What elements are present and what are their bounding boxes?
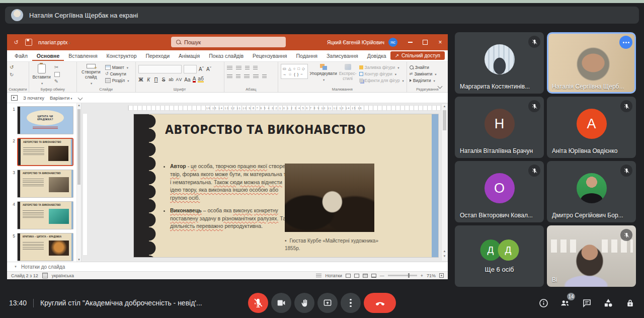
scroll-up-icon[interactable]: ▲: [442, 105, 447, 108]
participant-tile-8[interactable]: Ві: [547, 225, 636, 287]
shape-fill-button[interactable]: Заливка фігури: [359, 65, 404, 70]
tab-Переходи[interactable]: Переходи: [141, 51, 174, 61]
normal-view-icon[interactable]: [346, 274, 351, 278]
grow-font-button[interactable]: Аˆ: [199, 66, 204, 72]
slide-thumbnail-1[interactable]: 1ЦИТАТА ЧИ КРАДІЖКА?: [10, 106, 76, 134]
participant-tile-3[interactable]: ННаталія Віталіївна Брачун: [455, 97, 544, 158]
font-style-button-П[interactable]: П: [153, 77, 159, 83]
highlight-button[interactable]: аб: [198, 76, 203, 83]
raise-hand-button[interactable]: [294, 293, 314, 313]
slide-thumbnail-3[interactable]: 3АВТОРСТВО ТА ВИКОНАВСТВО: [10, 170, 76, 198]
thumbnail-scrollbar[interactable]: ▲ ▼: [76, 103, 81, 262]
slide-sorter-view-icon[interactable]: [354, 274, 359, 278]
slide-painting-image[interactable]: [285, 164, 374, 232]
quickbar-collapse-icon[interactable]: [78, 95, 83, 100]
tab-Рецензування[interactable]: Рецензування: [248, 51, 291, 61]
autosave-icon[interactable]: ↺: [12, 38, 20, 46]
account-avatar[interactable]: ЯЄ: [388, 38, 397, 47]
font-size-select[interactable]: [184, 65, 197, 73]
info-button[interactable]: [537, 297, 549, 309]
tab-Конструктор[interactable]: Конструктор: [102, 51, 141, 61]
minimize-button[interactable]: [403, 34, 418, 50]
zoom-in-icon[interactable]: +: [421, 273, 423, 278]
scroll-down-icon[interactable]: ▼: [77, 258, 81, 261]
undo-icon[interactable]: ↺: [10, 65, 14, 70]
redo-icon[interactable]: ↻: [10, 72, 14, 77]
font-style-button-ab[interactable]: ab: [169, 77, 174, 82]
format-painter-icon[interactable]: ✎: [54, 79, 60, 84]
slide-scrollbar[interactable]: ▲ ▲ ▼: [441, 104, 447, 261]
layout-button[interactable]: Макет: [105, 65, 129, 70]
people-button[interactable]: 14: [559, 297, 571, 309]
slideshow-view-icon[interactable]: [371, 274, 376, 278]
slide-body-text[interactable]: Автор - це особа, творчою працею якої ст…: [163, 163, 293, 235]
search-box[interactable]: Пошук: [171, 37, 286, 47]
host-controls-button[interactable]: [624, 297, 636, 309]
tab-Записування[interactable]: Записування: [322, 51, 363, 61]
paste-button[interactable]: Вставити: [32, 64, 52, 86]
zoom-slider[interactable]: [388, 275, 417, 276]
save-icon[interactable]: [25, 38, 33, 46]
font-name-select[interactable]: [138, 65, 182, 73]
tab-Довідка[interactable]: Довідка: [363, 51, 391, 61]
fit-slide-icon[interactable]: [439, 273, 444, 278]
font-style-button-S[interactable]: S: [161, 77, 167, 83]
shrink-font-button[interactable]: Аˇ: [206, 66, 212, 72]
document-filename[interactable]: плагіат.pptx: [38, 39, 68, 45]
next-slide-icon[interactable]: ▼: [442, 255, 447, 258]
shape-effects-button[interactable]: Ефекти для фігур: [359, 78, 404, 83]
replace-button[interactable]: ⇄Замінити: [410, 71, 437, 76]
tile-menu-button[interactable]: [619, 36, 632, 49]
participant-tile-6[interactable]: Дмитро Сергійович Бор...: [547, 161, 636, 222]
indent-increase-button[interactable]: [253, 66, 258, 70]
camera-button[interactable]: [271, 293, 291, 313]
variants-button[interactable]: Варіанти: [50, 95, 72, 101]
shapes-gallery[interactable]: ▭ △ ○ □ ◇ → ☆ { } ~: [281, 64, 308, 79]
activities-button[interactable]: [602, 297, 614, 309]
select-button[interactable]: Виділити: [410, 78, 437, 83]
slide-thumbnail-2[interactable]: 2АВТОРСТВО ТА ВИКОНАВСТВО: [10, 138, 76, 166]
align-center-button[interactable]: [236, 74, 240, 78]
slide-canvas[interactable]: АВТОРСТВО ТА ВИКОНАВСТВО Автор - це особ…: [134, 114, 438, 257]
arrange-button[interactable]: Упорядкувати: [310, 64, 337, 86]
participant-tile-7[interactable]: ДДЩе 6 осіб: [455, 225, 544, 287]
spellcheck-icon[interactable]: [42, 273, 48, 278]
zoom-out-icon[interactable]: —: [380, 273, 384, 278]
align-right-button[interactable]: [244, 74, 250, 78]
from-start-button[interactable]: З початку: [23, 95, 44, 101]
find-button[interactable]: Знайти: [410, 65, 437, 70]
tab-Вставлення[interactable]: Вставлення: [64, 51, 102, 61]
participant-tile-2[interactable]: Наталія Сергіївна Щерб...: [547, 32, 636, 94]
font-style-button-Аа[interactable]: Аа: [184, 77, 190, 83]
tab-Показ слайдів[interactable]: Показ слайдів: [204, 51, 248, 61]
share-button[interactable]: ↗ Спільний доступ: [390, 51, 445, 60]
notes-toggle-icon[interactable]: [316, 274, 321, 278]
more-options-button[interactable]: [341, 293, 361, 313]
section-button[interactable]: Розділ: [105, 78, 129, 83]
align-left-button[interactable]: [227, 74, 232, 78]
participant-tile-5[interactable]: ООстап Вікторович Ковал...: [455, 161, 544, 222]
participant-tile-4[interactable]: ААніта Юріївна Овдієнко: [547, 97, 636, 158]
bullets-button[interactable]: [227, 66, 232, 70]
previous-slide-icon[interactable]: ▲: [442, 250, 447, 253]
mic-off-button[interactable]: [248, 293, 268, 313]
slide-title[interactable]: АВТОРСТВО ТА ВИКОНАВСТВО: [165, 122, 366, 137]
cut-icon[interactable]: ✂: [54, 65, 60, 70]
notes-toggle-label[interactable]: Нотатки: [325, 273, 342, 278]
shape-outline-button[interactable]: Контур фігури: [359, 71, 404, 76]
tab-Подання[interactable]: Подання: [292, 51, 322, 61]
slide-thumbnail-4[interactable]: 4АВТОРСТВО ТА ВИКОНАВСТВО: [10, 201, 76, 229]
columns-button[interactable]: [262, 74, 267, 78]
indent-decrease-button[interactable]: [245, 66, 250, 70]
quick-styles-button[interactable]: Експрес-стилі: [339, 64, 357, 86]
justify-button[interactable]: [253, 74, 259, 78]
notes-pane[interactable]: ▼ Нотатки до слайда: [7, 262, 448, 271]
font-color-button[interactable]: А: [193, 76, 196, 83]
close-button[interactable]: ×: [433, 34, 448, 50]
present-button[interactable]: [317, 293, 338, 313]
language-indicator[interactable]: українська: [52, 273, 74, 278]
chat-button[interactable]: [581, 297, 593, 309]
notes-collapse-icon[interactable]: ▼: [14, 265, 17, 268]
filename-dropdown-icon[interactable]: [68, 40, 70, 45]
tab-Файл[interactable]: Файл: [10, 51, 32, 61]
